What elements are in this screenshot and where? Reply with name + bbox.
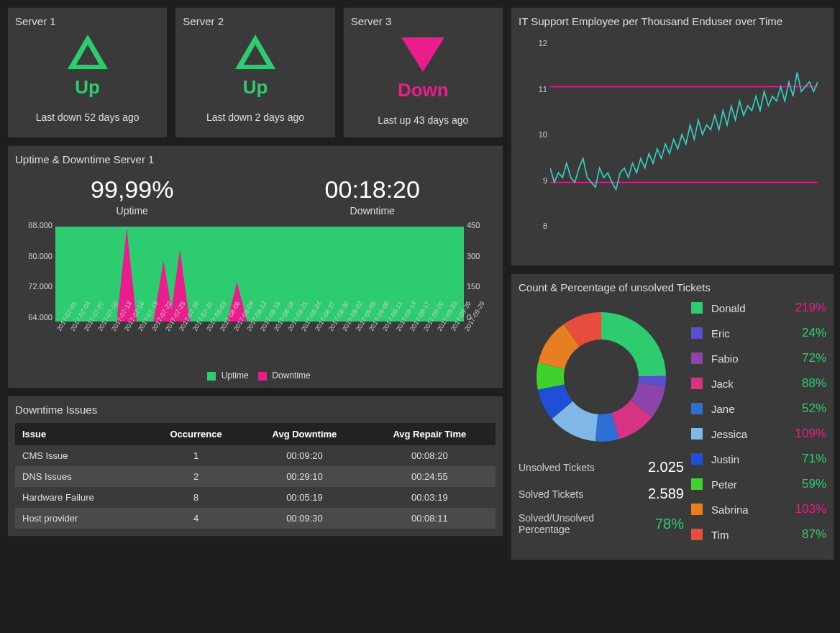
person-name: Tim — [711, 529, 802, 541]
y-tick: 72.000 — [22, 282, 52, 291]
stat-value: 78% — [655, 516, 684, 532]
x-tick: 2017-08-21 — [286, 328, 301, 337]
server-subtext: Last up 43 days ago — [351, 114, 496, 126]
table-row[interactable]: Host provider400:09:3000:08:11 — [15, 508, 496, 529]
cell: CMS Issue — [15, 445, 147, 466]
x-tick: 2017-09-26 — [449, 328, 465, 337]
color-swatch-icon — [691, 504, 703, 515]
cell: 8 — [147, 487, 245, 508]
x-tick: 2017-08-03 — [205, 328, 220, 337]
person-name: Donald — [711, 302, 795, 314]
color-swatch-icon — [691, 378, 703, 389]
y-tick: 300 — [467, 252, 488, 260]
column-header[interactable]: Avg Repair Time — [364, 423, 496, 445]
uptime-label: Uptime — [91, 205, 173, 217]
column-header[interactable]: Avg Downtime — [245, 423, 364, 445]
x-tick: 2017-08-12 — [245, 328, 260, 337]
stat-value: 2.025 — [648, 459, 684, 475]
color-swatch-icon — [691, 478, 703, 490]
x-tick: 2017-08-06 — [219, 328, 234, 337]
table-row[interactable]: CMS Issue100:09:2000:08:20 — [15, 445, 496, 466]
person-name: Fabio — [711, 352, 802, 365]
person-row[interactable]: Peter59% — [691, 477, 826, 491]
x-tick: 2017-09-05 — [355, 328, 370, 337]
person-name: Justin — [711, 453, 802, 465]
uptime-value: 99,99% — [91, 176, 173, 204]
table-row[interactable]: Hardware Failure800:05:1900:03:19 — [15, 487, 496, 508]
person-name: Jack — [711, 378, 802, 390]
x-tick: 2017-09-14 — [395, 328, 410, 337]
person-percentage: 71% — [802, 452, 826, 466]
x-tick: 2017-07-28 — [178, 328, 193, 337]
uptime-kpi: 99,99% Uptime — [91, 176, 173, 217]
x-tick: 2017-09-20 — [422, 328, 437, 337]
stat-label: Solved Tickets — [519, 488, 583, 500]
server-1-card[interactable]: Server 1UpLast down 52 days ago — [7, 7, 168, 138]
person-row[interactable]: Eric24% — [691, 326, 826, 340]
person-percentage: 87% — [802, 527, 826, 542]
person-row[interactable]: Justin71% — [691, 452, 826, 466]
card-title: IT Support Employee per Thousand Enduser… — [519, 15, 826, 27]
downtime-kpi: 00:18:20 Downtime — [325, 176, 420, 217]
person-percentage: 52% — [802, 401, 826, 416]
x-tick: 2017-07-01 — [55, 328, 70, 337]
person-row[interactable]: Jack88% — [691, 376, 826, 391]
x-tick: 2017-07-16 — [123, 328, 138, 337]
person-row[interactable]: Jane52% — [691, 401, 826, 416]
cell: 00:08:20 — [364, 445, 496, 466]
column-header[interactable]: Occurrence — [147, 423, 245, 445]
x-tick: 2017-09-17 — [408, 328, 424, 337]
x-tick: 2017-07-25 — [164, 328, 179, 337]
cell: Host provider — [15, 508, 147, 529]
x-tick: 2017-07-22 — [150, 328, 165, 337]
server-status: Up — [15, 76, 160, 99]
color-swatch-icon — [691, 352, 703, 364]
ticket-stat: Solved/Unsolved Percentage78% — [519, 512, 684, 535]
y-tick: 11 — [524, 85, 547, 94]
y-tick: 9 — [524, 176, 547, 185]
donut-slice[interactable] — [601, 312, 666, 376]
person-row[interactable]: Fabio72% — [691, 351, 826, 365]
downtime-issues-table: IssueOccurrenceAvg DowntimeAvg Repair Ti… — [15, 423, 496, 529]
tickets-card: Count & Percentage of unsolved Tickets U… — [511, 273, 834, 560]
cell: 00:08:11 — [364, 508, 496, 529]
y-tick: 80.000 — [22, 252, 52, 260]
person-name: Sabrina — [711, 504, 795, 516]
server-subtext: Last down 2 days ago — [183, 111, 327, 123]
x-tick: 2017-09-08 — [368, 328, 383, 337]
downtime-value: 00:18:20 — [325, 176, 420, 204]
table-row[interactable]: DNS Issues200:29:1000:24:55 — [15, 466, 496, 487]
x-tick: 2017-08-30 — [327, 328, 342, 337]
server-status: Up — [183, 76, 327, 99]
person-row[interactable]: Jessica109% — [691, 427, 826, 441]
y-tick: 450 — [467, 221, 488, 229]
downtime-issues-card: Downtime Issues IssueOccurrenceAvg Downt… — [7, 396, 503, 537]
y-tick: 12 — [524, 39, 547, 47]
line-chart[interactable]: 12111098 — [524, 35, 821, 243]
person-row[interactable]: Donald219% — [691, 301, 826, 315]
server-2-card[interactable]: Server 2UpLast down 2 days ago — [175, 7, 335, 138]
person-row[interactable]: Sabrina103% — [691, 502, 826, 516]
x-tick: 2017-09-23 — [436, 328, 451, 337]
y-tick: 64.000 — [22, 313, 52, 322]
server-title: Server 2 — [183, 15, 327, 27]
cell: 00:29:10 — [245, 466, 364, 487]
x-tick: 2017-07-19 — [137, 328, 152, 337]
color-swatch-icon — [691, 453, 703, 465]
server-3-card[interactable]: Server 3DownLast up 43 days ago — [343, 7, 503, 138]
donut-chart[interactable] — [529, 305, 673, 449]
column-header[interactable]: Issue — [15, 423, 147, 445]
person-row[interactable]: Tim87% — [691, 527, 826, 542]
x-tick: 2017-09-02 — [341, 328, 356, 337]
triangle-up-icon — [68, 35, 108, 69]
x-tick: 2017-08-18 — [273, 328, 288, 337]
person-name: Jane — [711, 403, 802, 415]
x-tick: 2017-08-27 — [314, 328, 329, 337]
server-status: Down — [351, 79, 496, 101]
x-tick: 2017-08-24 — [300, 328, 315, 337]
triangle-down-icon — [401, 37, 444, 72]
x-tick: 2017-09-11 — [381, 328, 396, 337]
uptime-area-chart[interactable]: 88.00080.00072.00064.000 4503001500 2017… — [22, 221, 488, 343]
x-tick: 2017-08-15 — [259, 328, 274, 337]
x-tick: 2017-07-10 — [96, 328, 111, 337]
